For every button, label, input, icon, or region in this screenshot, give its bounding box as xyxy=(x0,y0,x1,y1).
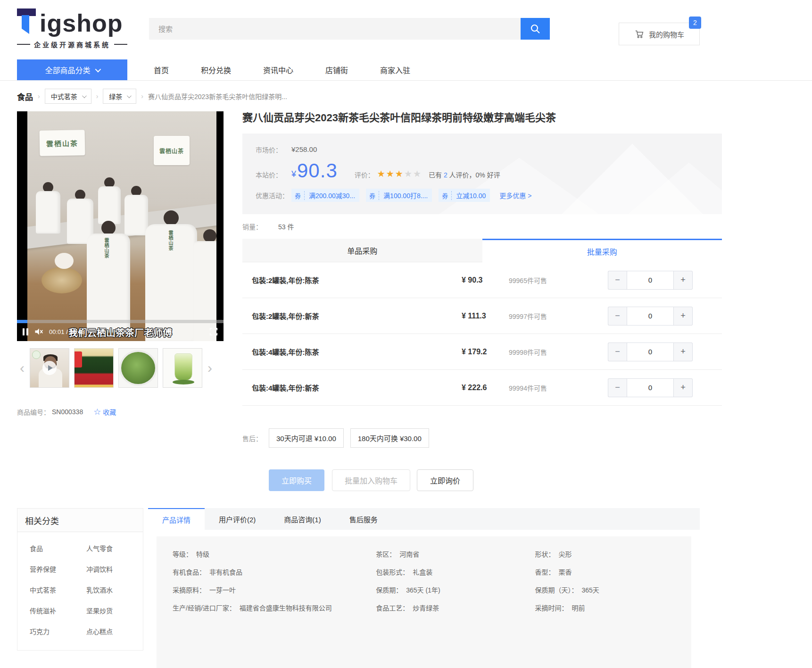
related-link[interactable]: 冲调饮料 xyxy=(86,564,143,574)
breadcrumb-dropdown-subcategory[interactable]: 绿茶 xyxy=(103,89,136,104)
quantity-stepper: − + xyxy=(608,307,693,326)
mute-icon[interactable] xyxy=(34,327,43,336)
bulk-add-to-cart-button[interactable]: 批量加入购物车 xyxy=(332,469,410,491)
tab-single-purchase[interactable]: 单品采购 xyxy=(242,239,482,262)
search-button[interactable] xyxy=(521,18,550,40)
thumbnail-tea-tin[interactable] xyxy=(74,348,114,388)
tigshop-logo[interactable]: igshop 企业级开源商城系统 xyxy=(17,5,144,49)
attribute-label: 保质期（天）： xyxy=(535,586,578,594)
related-categories-title: 相关分类 xyxy=(17,509,143,532)
all-categories-button[interactable]: 全部商品分类 xyxy=(17,59,127,80)
coupon-chip[interactable]: 券 满200.00减30... xyxy=(291,189,359,202)
sku-code-label: 商品编号： xyxy=(17,407,50,417)
attribute-row: 茶区：河南省 xyxy=(376,550,523,559)
breadcrumb: 食品 › 中式茗茶 › 绿茶 › 赛八仙贡品芽尖2023新茶毛尖茶叶信阳绿茶明.… xyxy=(17,89,700,104)
product-attributes-panel: 等级：特级 有机食品：非有机食品 采摘原料：一芽一叶 生产/经销/进口厂家：福建… xyxy=(157,536,691,668)
related-link[interactable]: 食品 xyxy=(30,543,86,553)
sku-row: 包装:2罐装,年份:新茶 ¥ 111.3 99997件可售 − + xyxy=(242,298,722,334)
fullscreen-icon[interactable] xyxy=(209,327,218,336)
tab-bulk-purchase[interactable]: 批量采购 xyxy=(482,239,722,262)
quantity-input[interactable] xyxy=(627,378,674,397)
thumbnail-tea-leaves[interactable] xyxy=(118,348,158,388)
tab-product-details[interactable]: 产品详情 xyxy=(148,508,205,530)
related-link[interactable]: 巧克力 xyxy=(30,626,86,636)
aftersale-option-exchange[interactable]: 180天内可换 ¥30.00 xyxy=(350,428,429,448)
quantity-input[interactable] xyxy=(627,271,674,290)
rating-summary: 已有 2 人评价，0% 好评 xyxy=(429,170,500,179)
buy-now-button[interactable]: 立即购买 xyxy=(269,469,324,491)
related-link[interactable]: 点心糕点 xyxy=(86,626,143,636)
quantity-minus-button[interactable]: − xyxy=(608,307,627,326)
related-link[interactable]: 中式茗茶 xyxy=(30,585,86,594)
sku-code-value: SN000338 xyxy=(52,408,83,416)
breadcrumb-dropdown-category[interactable]: 中式茗茶 xyxy=(45,89,91,104)
sku-name: 包装:4罐装,年份:新茶 xyxy=(252,383,462,392)
breadcrumb-separator: › xyxy=(96,92,99,100)
tab-product-questions[interactable]: 商品咨询(1) xyxy=(270,508,335,530)
attribute-label: 有机食品： xyxy=(173,568,206,576)
attribute-label: 采摘原料： xyxy=(173,586,206,594)
attribute-value: 炒青绿茶 xyxy=(413,604,439,612)
rating-text-pre: 已有 xyxy=(429,171,442,179)
video-progress-bar[interactable] xyxy=(17,320,224,323)
breadcrumb-current: 赛八仙贡品芽尖2023新茶毛尖茶叶信阳绿茶明... xyxy=(148,92,287,101)
sales-label: 销量： xyxy=(242,222,278,231)
tab-aftersale-service[interactable]: 售后服务 xyxy=(335,508,392,530)
more-promos-link[interactable]: 更多优惠 > xyxy=(499,191,531,200)
coupon-chip[interactable]: 券 立减10.00 xyxy=(439,189,490,202)
related-link[interactable]: 人气零食 xyxy=(86,543,143,553)
quantity-minus-button[interactable]: − xyxy=(608,378,627,397)
attribute-value: 河南省 xyxy=(399,551,419,558)
favorite-button[interactable]: ☆ 收藏 xyxy=(93,407,116,417)
carousel-next-button[interactable]: › xyxy=(205,348,215,388)
related-link[interactable]: 坚果炒货 xyxy=(86,606,143,615)
search-input[interactable] xyxy=(149,18,521,40)
coupon-chip[interactable]: 券 满100.00打8.... xyxy=(366,189,432,202)
coupon-text: 满100.00打8.... xyxy=(379,191,432,200)
quantity-plus-button[interactable]: + xyxy=(674,271,693,290)
related-link[interactable]: 乳饮酒水 xyxy=(86,585,143,594)
pause-button[interactable] xyxy=(23,328,28,335)
related-link[interactable]: 营养保健 xyxy=(30,564,86,574)
quantity-input[interactable] xyxy=(627,307,674,326)
rating-star: ★ xyxy=(377,169,386,179)
detail-tabs: 产品详情 用户评价(2) 商品咨询(1) 售后服务 xyxy=(148,508,700,530)
quantity-plus-button[interactable]: + xyxy=(674,307,693,326)
inquiry-button[interactable]: 立即询价 xyxy=(417,469,473,491)
tab-user-reviews[interactable]: 用户评价(2) xyxy=(205,508,270,530)
quantity-minus-button[interactable]: − xyxy=(608,342,627,361)
rating-count-link[interactable]: 2 xyxy=(444,171,447,179)
attribute-row: 采摘原料：一芽一叶 xyxy=(173,585,365,595)
related-link[interactable]: 传统滋补 xyxy=(30,606,86,615)
sku-name: 包装:2罐装,年份:陈茶 xyxy=(252,275,462,285)
nav-item-merchant[interactable]: 商家入驻 xyxy=(364,64,426,75)
attribute-row: 生产/经销/进口厂家：福建省合盛康生物科技有限公司 xyxy=(173,603,365,613)
rating-label: 评价： xyxy=(355,170,374,179)
thumbnail-tea-glass[interactable] xyxy=(163,348,202,388)
nav-item-news[interactable]: 资讯中心 xyxy=(247,64,309,75)
product-video-player[interactable]: 雲栖山茶 雲栖山茶 雲栖山茶 雲栖山茶 我们云栖山茶茶厂老师傅 xyxy=(17,111,224,341)
related-categories-card: 相关分类 食品 人气零食 营养保健 冲调饮料 中式茗茶 乳饮酒水 传统滋补 坚果… xyxy=(17,508,143,651)
nav-item-home[interactable]: 首页 xyxy=(138,64,185,75)
cart-icon xyxy=(634,29,645,39)
quantity-plus-button[interactable]: + xyxy=(674,378,693,397)
nav-item-points[interactable]: 积分兑换 xyxy=(185,64,247,75)
quantity-input[interactable] xyxy=(627,342,674,361)
attribute-row: 形状：尖形 xyxy=(535,550,675,559)
quantity-plus-button[interactable]: + xyxy=(674,342,693,361)
attribute-value: 尖形 xyxy=(558,551,572,558)
favorite-label: 收藏 xyxy=(103,407,116,417)
aftersale-option-return[interactable]: 30天内可退 ¥10.00 xyxy=(269,428,344,448)
breadcrumb-root[interactable]: 食品 xyxy=(17,91,33,102)
carousel-prev-button[interactable]: ‹ xyxy=(17,348,27,388)
my-cart-button[interactable]: 我的购物车 2 xyxy=(619,23,700,45)
coupon-text: 满200.00减30... xyxy=(305,191,359,200)
quantity-stepper: − + xyxy=(608,271,693,290)
attribute-value: 明前 xyxy=(572,604,585,612)
price-panel: 市场价： ¥258.00 本站价： ¥ 90.3 评价： ★★★★★ 已有 2 … xyxy=(242,134,722,215)
video-progress-fill xyxy=(17,320,27,323)
sku-stock: 99998件可售 xyxy=(509,347,608,357)
thumbnail-video[interactable] xyxy=(30,348,69,388)
quantity-minus-button[interactable]: − xyxy=(608,271,627,290)
nav-item-shops[interactable]: 店铺街 xyxy=(309,64,364,75)
